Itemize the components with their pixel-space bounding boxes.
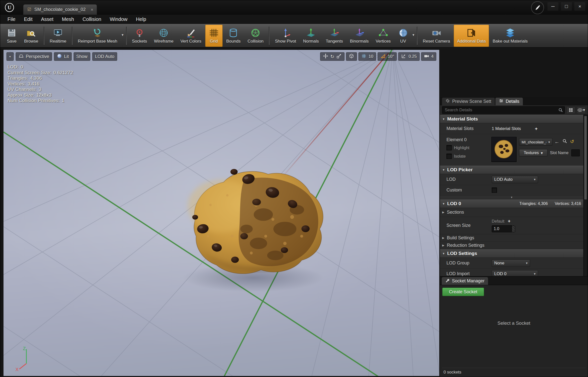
menu-mesh[interactable]: Mesh — [58, 15, 78, 24]
create-socket-button[interactable]: Create Socket — [442, 288, 484, 296]
reset-camera-button[interactable]: Reset Camera — [420, 25, 453, 47]
scale-snap-button[interactable]: 0.25 — [398, 52, 419, 61]
uv-caret-icon[interactable]: ▾ — [412, 33, 414, 37]
screen-size-add-button[interactable]: + — [508, 219, 511, 224]
show-pivot-button[interactable]: Show Pivot — [272, 25, 299, 47]
menu-file[interactable]: File — [3, 15, 20, 24]
toolbar-separator — [72, 27, 72, 45]
show-menu-button[interactable]: Show — [74, 52, 90, 61]
camera-speed-button[interactable]: 4 — [421, 52, 436, 61]
camera-speed-value[interactable]: 4 — [431, 54, 434, 59]
socket-manager-tab-bar: Socket Manager — [440, 276, 588, 285]
unreal-logo-icon: U — [4, 2, 15, 13]
collision-button[interactable]: Collision — [244, 25, 267, 47]
lod-import-dropdown[interactable]: LOD 0 ▾ — [492, 270, 538, 277]
tangents-icon — [329, 27, 340, 39]
transform-gizmo-group: ↻ — [320, 52, 344, 61]
sections-row[interactable]: ▶ Sections — [440, 208, 583, 217]
tangents-button[interactable]: Tangents — [323, 25, 346, 47]
wireframe-button[interactable]: Wireframe — [151, 25, 177, 47]
lod-group-caret-icon: ▾ — [526, 261, 528, 265]
bake-out-materials-button[interactable]: Bake out Materials — [490, 25, 531, 47]
lod-dropdown[interactable]: LOD Auto ▾ — [492, 176, 538, 183]
brush-icon[interactable] — [531, 1, 544, 14]
tab-socket-manager[interactable]: Socket Manager — [442, 277, 488, 285]
view-mode-button[interactable]: Lit — [54, 52, 72, 61]
menu-asset[interactable]: Asset — [37, 15, 58, 24]
search-details-input[interactable] — [442, 107, 565, 114]
sockets-button[interactable]: Sockets — [129, 25, 150, 47]
lod-group-dropdown[interactable]: None ▾ — [492, 259, 530, 267]
section-lod-settings[interactable]: ▼ LOD Settings — [440, 249, 583, 258]
reduction-settings-row[interactable]: ▶ Reduction Settings — [440, 242, 583, 249]
build-settings-row[interactable]: ▶ Build Settings — [440, 234, 583, 242]
additional-data-toggle-button[interactable]: Additional Data — [454, 25, 489, 47]
section-lod0[interactable]: ▼ LOD 0 Triangles: 4,306 Vertices: 3,416 — [440, 199, 583, 208]
rotation-snap-value[interactable]: 10° — [388, 54, 394, 59]
normals-button[interactable]: Normals — [300, 25, 322, 47]
bounds-button[interactable]: Bounds — [223, 25, 244, 47]
view-options-button[interactable]: ▾ — [577, 106, 586, 114]
uv-button[interactable]: UV ▾ — [394, 25, 415, 47]
vertices-button[interactable]: Vertices — [372, 25, 394, 47]
grid-snap-button[interactable]: 10 — [358, 52, 376, 61]
material-select-dropdown[interactable]: MI_chocolate_c ▾ — [519, 138, 552, 146]
section-material-slots[interactable]: ▼ Material Slots — [440, 115, 583, 123]
drag-grip-icon[interactable] — [512, 226, 515, 232]
grid-toggle-button[interactable]: Grid — [205, 25, 223, 47]
vert-colors-button[interactable]: Vert Colors — [177, 25, 204, 47]
section-lod-picker[interactable]: ▼ LOD Picker — [440, 166, 583, 174]
normals-icon — [305, 27, 316, 39]
viewport-options-button[interactable]: ▾ — [6, 52, 14, 61]
close-button[interactable]: × — [574, 2, 585, 11]
lod-menu-button[interactable]: LOD Auto — [92, 52, 117, 61]
browse-button[interactable]: Browse — [21, 25, 42, 47]
camera-mode-button[interactable]: Perspective — [16, 52, 52, 61]
screen-size-input[interactable] — [492, 226, 512, 232]
reset-to-default-icon[interactable]: ↺ — [570, 139, 574, 144]
tab-preview-scene-settings[interactable]: Preview Scene Sett — [442, 98, 495, 105]
screen-size-row: Screen Size Default + — [440, 217, 583, 234]
rotation-snap-button[interactable]: 10° — [378, 52, 397, 61]
textures-button[interactable]: Textures ▾ — [519, 149, 547, 157]
titlebar[interactable]: U SM_chocolate_cookie_02 × ─ □ × — [0, 0, 588, 15]
menu-edit[interactable]: Edit — [20, 15, 37, 24]
isolate-checkbox[interactable] — [446, 154, 452, 159]
browse-to-asset-icon[interactable] — [562, 139, 567, 144]
rotate-icon[interactable]: ↻ — [330, 54, 334, 60]
realtime-button[interactable]: Realtime — [47, 25, 70, 47]
minimize-button[interactable]: ─ — [547, 2, 558, 11]
highlight-checkbox[interactable] — [446, 145, 452, 150]
grid-snap-value[interactable]: 10 — [369, 54, 373, 59]
add-material-slot-button[interactable]: + — [535, 126, 538, 131]
viewport[interactable]: ▾ Perspective Lit Show LOD Auto — [3, 50, 440, 376]
custom-checkbox[interactable] — [492, 188, 497, 193]
tab-close-icon[interactable]: × — [91, 7, 93, 12]
menu-help[interactable]: Help — [132, 15, 150, 24]
menu-window[interactable]: Window — [105, 15, 132, 24]
socket-manager-panel: Socket Manager Create Socket Select a So… — [440, 276, 588, 377]
reimport-base-mesh-button[interactable]: Reimport Base Mesh ▾ — [75, 25, 124, 47]
use-selected-asset-icon[interactable]: ← — [554, 139, 559, 144]
cookie-mesh[interactable] — [172, 156, 335, 282]
details-search-row: ▾ — [440, 105, 588, 115]
scale-snap-value[interactable]: 0.25 — [408, 54, 417, 59]
property-matrix-button[interactable] — [566, 106, 575, 114]
surface-snap-button[interactable] — [346, 52, 357, 61]
reimport-caret-icon[interactable]: ▾ — [122, 33, 124, 37]
scale-icon[interactable] — [336, 53, 342, 60]
binormals-button[interactable]: Binormals — [347, 25, 372, 47]
material-thumbnail[interactable] — [491, 137, 517, 162]
move-icon[interactable] — [323, 53, 328, 60]
viewport-stats: LOD:0 Current Screen Size:0.621272 Trian… — [7, 64, 73, 104]
grid-snap-icon — [361, 53, 367, 60]
tab-details[interactable]: Details — [495, 98, 523, 105]
maximize-button[interactable]: □ — [561, 2, 572, 11]
advanced-expander[interactable]: ▼ — [440, 195, 583, 199]
asset-tab[interactable]: SM_chocolate_cookie_02 × — [23, 4, 97, 15]
details-scrollbar[interactable] — [584, 115, 588, 276]
save-button[interactable]: Save — [3, 25, 20, 47]
slot-name-input[interactable] — [572, 150, 580, 156]
scrollbar-thumb[interactable] — [584, 116, 587, 199]
menu-collision[interactable]: Collision — [78, 15, 106, 24]
